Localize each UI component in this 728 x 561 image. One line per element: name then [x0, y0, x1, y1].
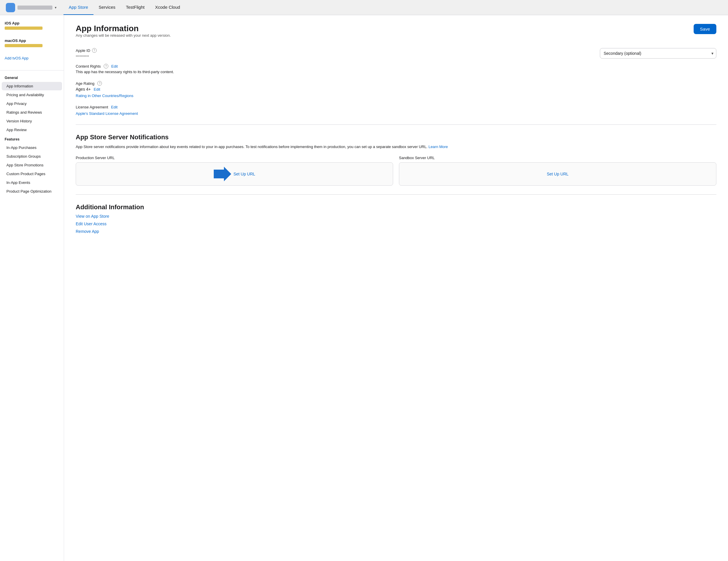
nav-tabs: App Store Services TestFlight Xcode Clou… [63, 0, 185, 15]
license-header: License Agreement Edit [76, 105, 716, 109]
server-notifications-title: App Store Server Notifications [76, 133, 716, 141]
tab-testflight[interactable]: TestFlight [121, 0, 150, 15]
sidebar-item-ratings-reviews[interactable]: Ratings and Reviews [2, 108, 62, 117]
sandbox-setup-url-link[interactable]: Set Up URL [547, 172, 569, 176]
apple-id-block: Apple ID ? •••••••••• [76, 48, 594, 58]
age-rating-other-link[interactable]: Rating in Other Countries/Regions [76, 93, 133, 98]
category-select-wrapper: Secondary (optional) ▾ [600, 48, 716, 59]
sandbox-url-col: Sandbox Server URL Set Up URL [399, 156, 716, 186]
app-avatar [6, 3, 15, 12]
sidebar-item-in-app-events[interactable]: In-App Events [2, 178, 62, 187]
app-switcher[interactable]: ▾ [6, 3, 56, 12]
page-subtitle: Any changes will be released with your n… [76, 33, 171, 38]
tab-services[interactable]: Services [93, 0, 121, 15]
apple-id-label: Apple ID ? [76, 48, 594, 53]
ios-app-section: iOS App [0, 21, 64, 38]
sidebar-item-custom-product-pages[interactable]: Custom Product Pages [2, 170, 62, 178]
ios-app-label: iOS App [5, 21, 59, 25]
features-section-label: Features [0, 134, 64, 143]
production-url-box: Set Up URL [76, 162, 393, 186]
sidebar-item-app-review[interactable]: App Review [2, 126, 62, 134]
sidebar: iOS App macOS App Add tvOS App General A… [0, 15, 64, 561]
apple-id-value: •••••••••• [76, 54, 594, 58]
apple-id-help-icon[interactable]: ? [92, 48, 97, 53]
macos-app-section: macOS App [0, 38, 64, 56]
content-rights-label: Content Rights [76, 64, 101, 68]
content-rights-header: Content Rights ? Edit [76, 64, 716, 68]
server-notifications-section: App Store Server Notifications App Store… [76, 133, 716, 186]
section-divider-2 [76, 194, 716, 195]
license-label: License Agreement [76, 105, 108, 109]
sandbox-url-box: Set Up URL [399, 162, 716, 186]
license-agreement-section: License Agreement Edit Apple's Standard … [76, 105, 716, 116]
section-divider-1 [76, 124, 716, 125]
sidebar-item-version-history[interactable]: Version History [2, 117, 62, 125]
additional-links: View on App Store Edit User Access Remov… [76, 214, 716, 234]
learn-more-link[interactable]: Learn More [429, 144, 448, 149]
age-rating-value-row: Ages 4+ Edit [76, 87, 716, 91]
content-rights-edit-link[interactable]: Edit [111, 64, 118, 68]
page-title: App Information [76, 24, 171, 33]
tab-xcode-cloud[interactable]: Xcode Cloud [150, 0, 185, 15]
save-button[interactable]: Save [694, 24, 716, 34]
macos-app-version [5, 44, 43, 47]
add-tvos-section: Add tvOS App [0, 56, 64, 69]
production-url-label: Production Server URL [76, 156, 393, 160]
main-content: App Information Any changes will be rele… [64, 15, 728, 561]
content-rights-help-icon[interactable]: ? [104, 64, 108, 68]
sidebar-item-app-privacy[interactable]: App Privacy [2, 99, 62, 108]
age-rating-value: Ages 4+ [76, 87, 91, 91]
page-layout: iOS App macOS App Add tvOS App General A… [0, 15, 728, 561]
view-on-app-store-link[interactable]: View on App Store [76, 214, 716, 218]
add-tvos-link[interactable]: Add tvOS App [5, 56, 59, 60]
general-section-label: General [0, 73, 64, 82]
tab-app-store[interactable]: App Store [63, 0, 93, 15]
apple-id-row: Apple ID ? •••••••••• Secondary (optiona… [76, 48, 716, 59]
arrow-annotation [214, 167, 231, 181]
age-rating-help-icon[interactable]: ? [97, 81, 102, 86]
sidebar-item-subscription-groups[interactable]: Subscription Groups [2, 152, 62, 160]
content-rights-desc: This app has the necessary rights to its… [76, 70, 716, 74]
sidebar-item-in-app-purchases[interactable]: In-App Purchases [2, 143, 62, 152]
svg-marker-0 [214, 167, 231, 181]
macos-app-label: macOS App [5, 38, 59, 43]
additional-information-section: Additional Information View on App Store… [76, 203, 716, 234]
sidebar-item-pricing-availability[interactable]: Pricing and Availability [2, 91, 62, 99]
sandbox-url-label: Sandbox Server URL [399, 156, 716, 160]
content-rights-section: Content Rights ? Edit This app has the n… [76, 64, 716, 74]
server-notifications-desc: App Store server notifications provide i… [76, 144, 716, 150]
sidebar-item-app-information[interactable]: App Information [2, 82, 62, 90]
app-name [17, 6, 52, 10]
remove-app-link[interactable]: Remove App [76, 229, 716, 234]
top-navigation: ▾ App Store Services TestFlight Xcode Cl… [0, 0, 728, 15]
category-select[interactable]: Secondary (optional) [600, 48, 716, 59]
ios-app-version [5, 27, 43, 30]
page-title-block: App Information Any changes will be rele… [76, 24, 171, 46]
age-rating-edit-link[interactable]: Edit [94, 87, 100, 91]
production-setup-url-link[interactable]: Set Up URL [234, 172, 255, 176]
sidebar-item-product-page-optimization[interactable]: Product Page Optimization [2, 187, 62, 195]
page-header: App Information Any changes will be rele… [76, 24, 716, 46]
sidebar-item-app-store-promotions[interactable]: App Store Promotions [2, 161, 62, 169]
edit-user-access-link[interactable]: Edit User Access [76, 221, 716, 226]
production-url-col: Production Server URL Set Up URL [76, 156, 393, 186]
age-rating-label: Age Rating [76, 81, 94, 86]
license-agreement-link[interactable]: Apple's Standard License Agreement [76, 111, 138, 116]
server-url-row: Production Server URL Set Up URL Sandbox… [76, 156, 716, 186]
age-rating-header: Age Rating ? [76, 81, 716, 86]
chevron-down-icon: ▾ [55, 6, 56, 10]
additional-information-title: Additional Information [76, 203, 716, 211]
license-edit-link[interactable]: Edit [111, 105, 117, 109]
age-rating-section: Age Rating ? Ages 4+ Edit Rating in Othe… [76, 81, 716, 98]
